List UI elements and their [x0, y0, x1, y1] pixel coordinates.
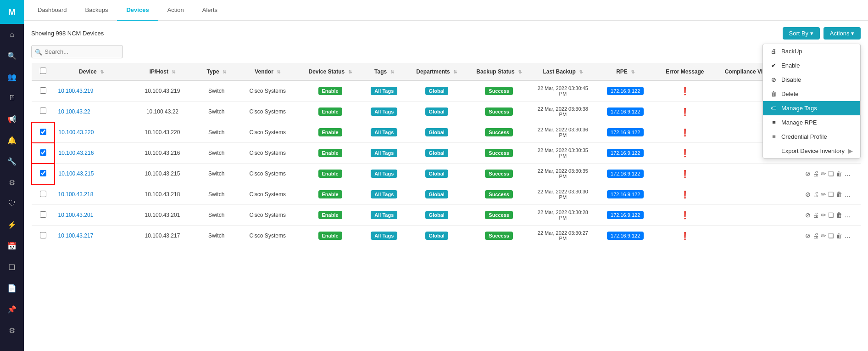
sidebar-icon-shield[interactable]: 🛡 — [0, 193, 24, 214]
tab-backups[interactable]: Backups — [76, 0, 117, 21]
dropdown-item-export-inventory[interactable]: Export Device Inventory ▶ — [763, 144, 860, 158]
row-checkbox-4[interactable] — [40, 170, 46, 176]
row-action-backup-icon[interactable]: 🖨 — [812, 232, 819, 239]
sidebar-icon-layers[interactable]: ❏ — [0, 256, 24, 277]
row-action-disable-icon[interactable]: ⊘ — [805, 232, 811, 239]
sidebar-icon-users[interactable]: 👥 — [0, 66, 24, 87]
row-action-copy-icon[interactable]: ❏ — [828, 191, 834, 198]
row-action-disable-icon[interactable]: ⊘ — [805, 170, 811, 177]
select-all-checkbox[interactable] — [40, 68, 46, 74]
row-checkbox-6[interactable] — [40, 211, 46, 218]
sidebar-icon-tools[interactable]: 🔧 — [0, 151, 24, 172]
device-status-badge: Enable — [318, 170, 342, 178]
row-action-buttons: ⊘ 🖨 ✏ ❏ 🗑 … — [799, 191, 857, 198]
tags-badge: All Tags — [371, 211, 397, 219]
row-action-more-icon[interactable]: … — [844, 211, 851, 219]
sidebar-icon-campaign[interactable]: 📢 — [0, 108, 24, 130]
header-error-message[interactable]: Error Message — [657, 63, 713, 80]
row-device[interactable]: 10.100.43.219 — [55, 80, 128, 102]
row-action-edit-icon[interactable]: ✏ — [821, 232, 826, 239]
row-checkbox-3[interactable] — [40, 149, 46, 156]
actions-button[interactable]: Actions ▾ — [823, 27, 861, 40]
header-rpe[interactable]: RPE ⇅ — [594, 63, 657, 80]
sidebar-icon-home[interactable]: ⌂ — [0, 24, 24, 45]
row-checkbox-0[interactable] — [40, 87, 46, 94]
row-checkbox-1[interactable] — [40, 108, 46, 114]
row-action-edit-icon[interactable]: ✏ — [821, 170, 826, 177]
row-action-more-icon[interactable]: … — [844, 170, 851, 177]
row-action-edit-icon[interactable]: ✏ — [821, 191, 826, 198]
row-action-backup-icon[interactable]: 🖨 — [812, 211, 819, 219]
row-device[interactable]: 10.100.43.220 — [55, 122, 128, 143]
sidebar-icon-cog[interactable]: ⚙ — [0, 320, 24, 341]
row-departments: Global — [407, 184, 467, 205]
row-device[interactable]: 10.100.43.217 — [55, 226, 128, 246]
row-vendor: Cisco Systems — [236, 226, 299, 246]
sidebar-icon-pin[interactable]: 📌 — [0, 299, 24, 320]
sidebar-icon-calendar[interactable]: 📅 — [0, 235, 24, 256]
row-action-backup-icon[interactable]: 🖨 — [812, 191, 819, 198]
row-action-backup-icon[interactable]: 🖨 — [812, 170, 819, 177]
row-action-edit-icon[interactable]: ✏ — [821, 211, 826, 219]
dropdown-item-enable[interactable]: ✔ Enable — [763, 58, 860, 73]
row-device[interactable]: 10.100.43.201 — [55, 205, 128, 226]
row-action-delete-icon[interactable]: 🗑 — [836, 211, 842, 219]
tab-action[interactable]: Action — [158, 0, 193, 21]
dropdown-item-credential-profile[interactable]: ≡ Credential Profile — [763, 130, 860, 144]
row-action-delete-icon[interactable]: 🗑 — [836, 191, 842, 198]
sort-by-button[interactable]: Sort By ▾ — [783, 27, 820, 40]
row-device[interactable]: 10.100.43.215 — [55, 164, 128, 184]
rpe-badge: 172.16.9.122 — [607, 87, 644, 95]
row-device[interactable]: 10.100.43.22 — [55, 102, 128, 122]
row-action-delete-icon[interactable]: 🗑 — [836, 232, 842, 239]
row-checkbox-2[interactable] — [40, 129, 46, 135]
tab-dashboard[interactable]: Dashboard — [28, 0, 76, 21]
dropdown-item-backup[interactable]: 🖨 BackUp — [763, 44, 860, 58]
header-type[interactable]: Type ⇅ — [196, 63, 236, 80]
dropdown-backup-label: BackUp — [781, 48, 802, 55]
row-checkbox-7[interactable] — [40, 232, 46, 238]
row-action-delete-icon[interactable]: 🗑 — [836, 170, 842, 177]
sidebar-icon-settings[interactable]: ⚙ — [0, 172, 24, 193]
row-action-copy-icon[interactable]: ❏ — [828, 232, 834, 239]
tab-devices[interactable]: Devices — [117, 0, 158, 21]
header-iphost[interactable]: IP/Host ⇅ — [128, 63, 197, 80]
dropdown-item-disable[interactable]: ⊘ Disable — [763, 73, 860, 87]
row-device[interactable]: 10.100.43.218 — [55, 184, 128, 205]
header-backup-status[interactable]: Backup Status ⇅ — [467, 63, 532, 80]
sidebar-icon-lightning[interactable]: ⚡ — [0, 214, 24, 235]
row-action-copy-icon[interactable]: ❏ — [828, 211, 834, 219]
row-checkbox-cell — [32, 164, 55, 184]
row-action-disable-icon[interactable]: ⊘ — [805, 211, 811, 219]
rpe-badge: 172.16.9.122 — [607, 190, 644, 198]
header-vendor[interactable]: Vendor ⇅ — [236, 63, 299, 80]
row-tags: All Tags — [362, 164, 407, 184]
topbar-right: Sort By ▾ Actions ▾ 🖨 BackUp ✔ Enable ⊘ … — [783, 27, 861, 40]
row-action-copy-icon[interactable]: ❏ — [828, 170, 834, 177]
dropdown-item-manage-tags[interactable]: 🏷 Manage Tags — [763, 101, 860, 115]
header-last-backup[interactable]: Last Backup ⇅ — [532, 63, 594, 80]
header-device[interactable]: Device ⇅ — [55, 63, 128, 80]
row-compliance — [713, 184, 795, 205]
dropdown-item-manage-rpe[interactable]: ≡ Manage RPE — [763, 115, 860, 130]
showing-count: Showing 998 NCM Devices — [31, 30, 104, 37]
search-input[interactable] — [31, 45, 123, 58]
sidebar-icon-monitor[interactable]: 🖥 — [0, 87, 24, 108]
row-action-more-icon[interactable]: … — [844, 232, 851, 239]
tab-alerts[interactable]: Alerts — [193, 0, 227, 21]
row-action-more-icon[interactable]: … — [844, 191, 851, 198]
rpe-badge: 172.16.9.122 — [607, 108, 644, 116]
sidebar-icon-search[interactable]: 🔍 — [0, 45, 24, 66]
row-checkbox-cell — [32, 205, 55, 226]
dropdown-item-delete[interactable]: 🗑 Delete — [763, 87, 860, 101]
row-action-disable-icon[interactable]: ⊘ — [805, 191, 811, 198]
header-tags[interactable]: Tags ⇅ — [362, 63, 407, 80]
row-device[interactable]: 10.100.43.216 — [55, 143, 128, 164]
sidebar-icon-document[interactable]: 📄 — [0, 277, 24, 299]
dept-badge: Global — [425, 87, 448, 95]
row-departments: Global — [407, 80, 467, 102]
sidebar-icon-bell[interactable]: 🔔 — [0, 130, 24, 151]
header-departments[interactable]: Departments ⇅ — [407, 63, 467, 80]
row-checkbox-5[interactable] — [40, 191, 46, 197]
header-device-status[interactable]: Device Status ⇅ — [299, 63, 361, 80]
